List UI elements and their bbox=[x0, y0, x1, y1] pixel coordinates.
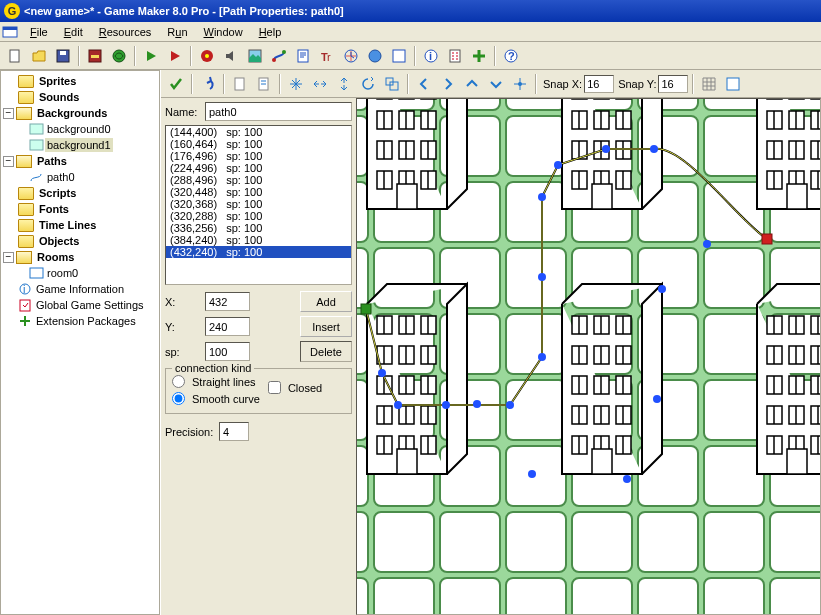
menu-file[interactable]: File bbox=[22, 24, 56, 40]
path-icon[interactable] bbox=[268, 45, 290, 67]
svg-rect-190 bbox=[592, 449, 612, 474]
insert-button[interactable]: Insert bbox=[300, 316, 352, 337]
background-icon[interactable] bbox=[244, 45, 266, 67]
tree-rooms[interactable]: −Rooms bbox=[3, 249, 157, 265]
shift-icon[interactable] bbox=[285, 73, 307, 95]
undo-icon[interactable] bbox=[197, 73, 219, 95]
shift-up-icon[interactable] bbox=[461, 73, 483, 95]
tree-game-information[interactable]: iGame Information bbox=[3, 281, 157, 297]
menu-help[interactable]: Help bbox=[251, 24, 290, 40]
collapse-icon[interactable]: − bbox=[3, 156, 14, 167]
tree-extension-packages[interactable]: Extension Packages bbox=[3, 313, 157, 329]
point-list-item[interactable]: (384,240) sp: 100 bbox=[166, 234, 351, 246]
toggle-grid-icon[interactable] bbox=[698, 73, 720, 95]
point-list-item[interactable]: (320,288) sp: 100 bbox=[166, 210, 351, 222]
point-list-item[interactable]: (320,448) sp: 100 bbox=[166, 186, 351, 198]
clear-icon[interactable] bbox=[229, 73, 251, 95]
debug-icon[interactable] bbox=[164, 45, 186, 67]
script-icon[interactable] bbox=[292, 45, 314, 67]
center-icon[interactable] bbox=[509, 73, 531, 95]
object-icon[interactable] bbox=[364, 45, 386, 67]
room-view-icon[interactable] bbox=[722, 73, 744, 95]
collapse-icon[interactable]: − bbox=[3, 108, 14, 119]
menu-resources[interactable]: Resources bbox=[91, 24, 160, 40]
scale-icon[interactable] bbox=[381, 73, 403, 95]
tree-sprites[interactable]: Sprites bbox=[3, 73, 157, 89]
point-list-item[interactable]: (336,256) sp: 100 bbox=[166, 222, 351, 234]
y-input[interactable] bbox=[205, 317, 250, 336]
svg-rect-219 bbox=[811, 436, 821, 454]
svg-rect-66 bbox=[397, 184, 417, 209]
reverse-icon[interactable] bbox=[253, 73, 275, 95]
point-list-item[interactable]: (432,240) sp: 100 bbox=[166, 246, 351, 258]
save-icon[interactable] bbox=[52, 45, 74, 67]
snap-x-input[interactable] bbox=[584, 75, 614, 93]
point-list-item[interactable]: (160,464) sp: 100 bbox=[166, 138, 351, 150]
tree-global-settings[interactable]: Global Game Settings bbox=[3, 297, 157, 313]
rotate-icon[interactable] bbox=[357, 73, 379, 95]
collapse-icon[interactable]: − bbox=[3, 252, 14, 263]
point-list-item[interactable]: (224,496) sp: 100 bbox=[166, 162, 351, 174]
sound-icon[interactable] bbox=[220, 45, 242, 67]
connection-kind-group: connection kind Straight lines Smooth cu… bbox=[165, 368, 352, 414]
run-icon[interactable] bbox=[140, 45, 162, 67]
point-list-item[interactable]: (144,400) sp: 100 bbox=[166, 126, 351, 138]
shift-left-icon[interactable] bbox=[413, 73, 435, 95]
svg-rect-21 bbox=[450, 50, 460, 62]
tree-objects[interactable]: Objects bbox=[3, 233, 157, 249]
mdi-system-icon[interactable] bbox=[2, 24, 18, 40]
menu-edit[interactable]: Edit bbox=[56, 24, 91, 40]
add-button[interactable]: Add bbox=[300, 291, 352, 312]
tree-background1[interactable]: background1 bbox=[3, 137, 157, 153]
tree-scripts[interactable]: Scripts bbox=[3, 185, 157, 201]
font-icon[interactable]: Tr bbox=[316, 45, 338, 67]
settings-icon[interactable] bbox=[444, 45, 466, 67]
sprite-icon[interactable] bbox=[196, 45, 218, 67]
smooth-curve-radio[interactable] bbox=[172, 392, 185, 405]
mirror-h-icon[interactable] bbox=[309, 73, 331, 95]
open-icon[interactable] bbox=[28, 45, 50, 67]
room-icon[interactable] bbox=[388, 45, 410, 67]
main-toolbar: Tr i ? bbox=[0, 42, 821, 70]
tree-paths[interactable]: −Paths bbox=[3, 153, 157, 169]
shift-right-icon[interactable] bbox=[437, 73, 459, 95]
menu-window[interactable]: Window bbox=[196, 24, 251, 40]
menu-run[interactable]: Run bbox=[159, 24, 195, 40]
point-list[interactable]: (144,400) sp: 100(160,464) sp: 100(176,4… bbox=[165, 125, 352, 285]
name-input[interactable] bbox=[205, 102, 352, 121]
tree-room0[interactable]: room0 bbox=[3, 265, 157, 281]
new-icon[interactable] bbox=[4, 45, 26, 67]
window-title: <new game>* - Game Maker 8.0 Pro - [Path… bbox=[24, 5, 344, 17]
tree-path0[interactable]: path0 bbox=[3, 169, 157, 185]
publish-icon[interactable] bbox=[108, 45, 130, 67]
extension-icon[interactable] bbox=[468, 45, 490, 67]
help-icon[interactable]: ? bbox=[500, 45, 522, 67]
resource-tree[interactable]: Sprites Sounds −Backgrounds background0 … bbox=[0, 70, 160, 615]
delete-button[interactable]: Delete bbox=[300, 341, 352, 362]
precision-input[interactable] bbox=[219, 422, 249, 441]
x-input[interactable] bbox=[205, 292, 250, 311]
ok-icon[interactable] bbox=[165, 73, 187, 95]
tree-fonts[interactable]: Fonts bbox=[3, 201, 157, 217]
straight-lines-radio[interactable] bbox=[172, 375, 185, 388]
tree-sounds[interactable]: Sounds bbox=[3, 89, 157, 105]
svg-rect-24 bbox=[30, 124, 43, 134]
shift-down-icon[interactable] bbox=[485, 73, 507, 95]
tree-background0[interactable]: background0 bbox=[3, 121, 157, 137]
snap-y-input[interactable] bbox=[658, 75, 688, 93]
point-list-item[interactable]: (320,368) sp: 100 bbox=[166, 198, 351, 210]
mirror-v-icon[interactable] bbox=[333, 73, 355, 95]
point-list-item[interactable]: (288,496) sp: 100 bbox=[166, 174, 351, 186]
timeline-icon[interactable] bbox=[340, 45, 362, 67]
building-sprite bbox=[357, 264, 477, 484]
tree-backgrounds[interactable]: −Backgrounds bbox=[3, 105, 157, 121]
tree-timelines[interactable]: Time Lines bbox=[3, 217, 157, 233]
svg-rect-126 bbox=[811, 171, 821, 189]
gameinfo-icon[interactable]: i bbox=[420, 45, 442, 67]
point-list-item[interactable]: (176,496) sp: 100 bbox=[166, 150, 351, 162]
app-icon: G bbox=[4, 3, 20, 19]
sp-input[interactable] bbox=[205, 342, 250, 361]
create-exe-icon[interactable] bbox=[84, 45, 106, 67]
closed-checkbox[interactable] bbox=[268, 381, 281, 394]
path-canvas[interactable] bbox=[356, 98, 821, 615]
